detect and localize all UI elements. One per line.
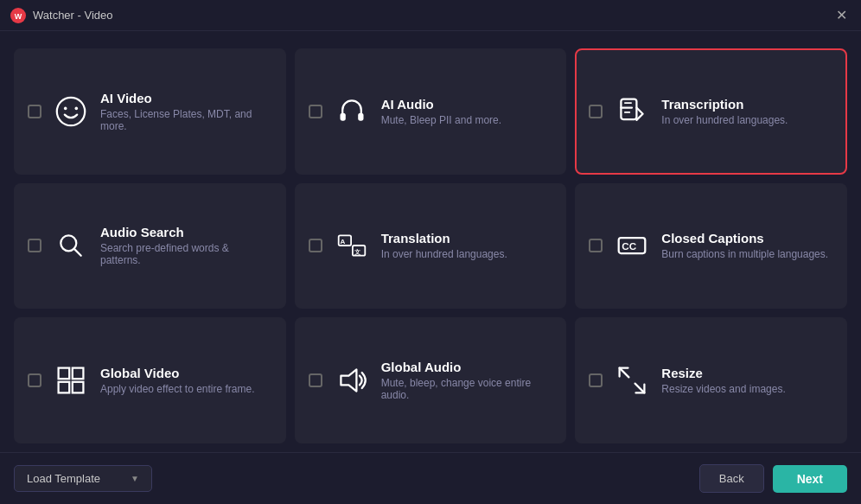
title-bar: W Watcher - Video ✕: [0, 0, 861, 31]
title-ai-video: AI Video: [100, 91, 272, 105]
icon-translation: A 文: [335, 228, 369, 263]
app-icon: W: [10, 8, 26, 23]
svg-rect-17: [59, 382, 70, 393]
footer-right: Back Next: [699, 464, 847, 493]
title-global-video: Global Video: [100, 366, 255, 380]
svg-rect-18: [73, 382, 84, 393]
back-button[interactable]: Back: [699, 464, 764, 493]
title-translation: Translation: [381, 231, 507, 246]
icon-transcription: [615, 94, 649, 129]
svg-text:W: W: [15, 12, 22, 21]
load-template-button[interactable]: Load Template ▼: [14, 465, 152, 492]
title-ai-audio: AI Audio: [381, 97, 501, 112]
checkbox-ai-audio[interactable]: [309, 105, 322, 118]
desc-global-video: Apply video effect to entire frame.: [100, 383, 255, 395]
card-closed-captions[interactable]: CC Closed Captions Burn captions in mult…: [575, 183, 847, 309]
text-transcription: Transcription In over hundred languages.: [661, 97, 788, 126]
checkbox-audio-search[interactable]: [28, 239, 41, 252]
svg-rect-7: [622, 99, 637, 118]
chevron-down-icon: ▼: [131, 474, 139, 483]
icon-ai-audio: [335, 94, 369, 129]
card-global-audio[interactable]: Global Audio Mute, bleep, change voice e…: [295, 317, 567, 443]
svg-text:CC: CC: [622, 241, 637, 252]
icon-global-audio: [335, 363, 369, 398]
svg-point-2: [57, 98, 85, 125]
text-global-video: Global Video Apply video effect to entir…: [100, 366, 255, 395]
checkbox-transcription[interactable]: [589, 105, 603, 118]
desc-ai-audio: Mute, Bleep PII and more.: [381, 114, 501, 126]
svg-rect-6: [358, 113, 363, 121]
svg-point-4: [75, 106, 79, 110]
card-global-video[interactable]: Global Video Apply video effect to entir…: [14, 317, 286, 443]
desc-ai-video: Faces, License Plates, MDT, and more.: [100, 108, 272, 132]
card-translation[interactable]: A 文 Translation In over hundred language…: [295, 183, 567, 309]
icon-closed-captions: CC: [615, 228, 649, 263]
text-ai-video: AI Video Faces, License Plates, MDT, and…: [100, 91, 272, 132]
checkbox-closed-captions[interactable]: [589, 239, 603, 252]
footer: Load Template ▼ Back Next: [0, 452, 861, 504]
text-global-audio: Global Audio Mute, bleep, change voice e…: [381, 360, 553, 401]
title-closed-captions: Closed Captions: [661, 231, 828, 246]
text-resize: Resize Resize videos and images.: [661, 366, 785, 395]
card-transcription[interactable]: Transcription In over hundred languages.: [575, 48, 847, 175]
next-button[interactable]: Next: [773, 465, 847, 493]
svg-rect-5: [340, 113, 345, 121]
text-ai-audio: AI Audio Mute, Bleep PII and more.: [381, 97, 501, 126]
title-global-audio: Global Audio: [381, 360, 553, 374]
text-audio-search: Audio Search Search pre-defined words & …: [100, 225, 272, 266]
title-bar-left: W Watcher - Video: [10, 8, 113, 23]
load-template-label: Load Template: [27, 472, 100, 485]
card-audio-search[interactable]: Audio Search Search pre-defined words & …: [14, 183, 286, 309]
desc-translation: In over hundred languages.: [381, 248, 507, 260]
checkbox-ai-video[interactable]: [28, 105, 41, 118]
window-title: Watcher - Video: [33, 9, 113, 22]
icon-audio-search: [54, 228, 88, 263]
checkbox-global-video[interactable]: [28, 373, 41, 387]
text-closed-captions: Closed Captions Burn captions in multipl…: [661, 231, 828, 260]
icon-ai-video: [54, 94, 88, 129]
card-resize[interactable]: Resize Resize videos and images.: [575, 317, 847, 443]
svg-point-3: [64, 106, 67, 110]
icon-global-video: [54, 363, 88, 398]
svg-marker-19: [341, 370, 356, 392]
svg-rect-15: [59, 368, 70, 380]
checkbox-global-audio[interactable]: [309, 373, 322, 387]
desc-audio-search: Search pre-defined words & patterns.: [100, 242, 272, 266]
svg-rect-16: [73, 368, 84, 380]
close-button[interactable]: ✕: [832, 6, 851, 25]
icon-resize: [615, 363, 649, 398]
title-resize: Resize: [661, 366, 785, 380]
desc-global-audio: Mute, bleep, change voice entire audio.: [381, 377, 553, 401]
text-translation: Translation In over hundred languages.: [381, 231, 507, 260]
card-ai-video[interactable]: AI Video Faces, License Plates, MDT, and…: [14, 48, 286, 175]
checkbox-translation[interactable]: [309, 239, 322, 252]
cards-grid: AI Video Faces, License Plates, MDT, and…: [0, 31, 861, 452]
desc-resize: Resize videos and images.: [661, 383, 785, 395]
svg-text:A: A: [340, 239, 345, 246]
title-audio-search: Audio Search: [100, 225, 272, 239]
svg-text:文: 文: [354, 248, 360, 256]
desc-closed-captions: Burn captions in multiple languages.: [661, 248, 828, 260]
card-ai-audio[interactable]: AI Audio Mute, Bleep PII and more.: [295, 48, 567, 175]
desc-transcription: In over hundred languages.: [661, 114, 788, 126]
title-transcription: Transcription: [661, 97, 788, 112]
checkbox-resize[interactable]: [589, 373, 603, 387]
